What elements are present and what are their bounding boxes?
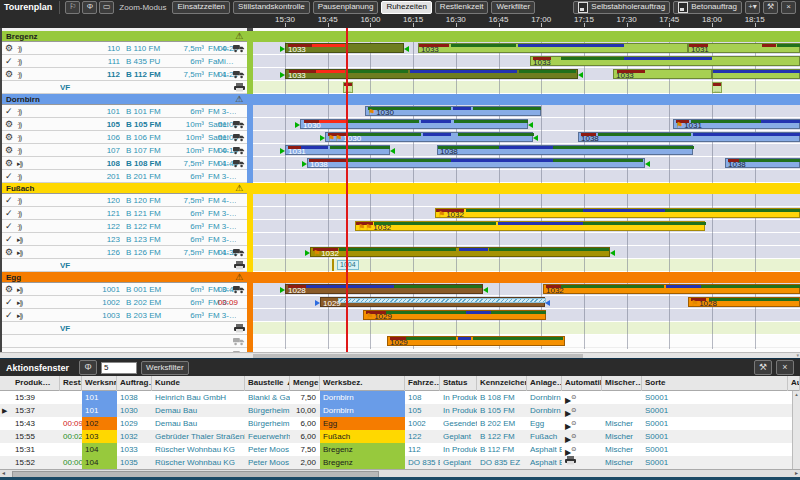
gantt-bar[interactable]: ⚑1032 (435, 208, 800, 218)
table-horizontal-scrollbar[interactable]: ◂ ▸ (0, 469, 800, 477)
group-header-bregenz[interactable]: Bregenz⚠ (2, 31, 247, 42)
column-header-au[interactable]: Au… (788, 376, 800, 391)
vehicle-row[interactable]: ⚙▸))1001B 001 EM6m³FM 3-…00:47 (2, 283, 247, 296)
vehicle-type: FM 3-… (208, 233, 236, 246)
vf-row[interactable]: VF (2, 322, 247, 335)
gantt-bar[interactable]: ⚑1031 (673, 119, 800, 129)
filter-button-werkfilter[interactable]: Werkfilter (491, 1, 535, 14)
table-row[interactable]: 15:311041033Rüscher Wohnbau KGPeter Moos… (0, 443, 800, 456)
bar-mode-icon[interactable]: ▭ (99, 1, 114, 14)
gantt-bar[interactable]: 1028 (285, 284, 483, 294)
vehicle-row[interactable]: ⚙·))106B 106 FM10m³Sattel01:05 (2, 131, 247, 144)
close-button[interactable]: × (776, 360, 794, 375)
mirror-mode-icon[interactable]: Φ (82, 1, 97, 14)
gantt-bar[interactable]: ⚑1032 (310, 247, 610, 257)
selbstabholerauftrag-button[interactable]: Selbstabholerauftrag (573, 1, 670, 14)
gantt-bar[interactable]: 1032 (543, 284, 800, 294)
group-header-dornbirn[interactable]: Dornbirn⚠ (2, 94, 247, 105)
gantt-bar[interactable]: ⚑1028 (688, 297, 800, 307)
table-row[interactable]: 15:5500:021031032Gebrüder Thaler Straßen… (0, 430, 800, 443)
vehicle-row[interactable]: ⚙·))105B 105 FM10m³Sattel01:02 (2, 118, 247, 131)
gantt-bar[interactable]: ⚑⚑1032 (355, 221, 705, 231)
empty-vehicle-row[interactable] (2, 335, 247, 348)
add-button[interactable]: +▾ (745, 1, 760, 14)
vf-marker[interactable]: … (712, 82, 722, 93)
gantt-bar[interactable]: 1038 (307, 158, 645, 168)
gantt-bar[interactable]: 1031 (285, 145, 390, 155)
table-row[interactable]: 15:391011038Heinrich Bau GmbHBlankl & Ga… (0, 391, 800, 404)
column-header-werksnr[interactable]: Werksnr. (82, 376, 117, 391)
close-button[interactable]: × (781, 1, 796, 14)
tools-button[interactable]: ⚒ (754, 360, 772, 375)
column-header-automatik[interactable]: Automatik (562, 376, 602, 391)
column-header-auftrag[interactable]: Auftrag… (117, 376, 152, 391)
filter-count-input[interactable] (101, 362, 137, 374)
scroll-left-icon[interactable]: ◂ (2, 470, 5, 477)
gantt-bar[interactable]: 1033 (285, 69, 578, 79)
column-header-status[interactable]: Status (440, 376, 477, 391)
scroll-right-icon[interactable]: ▸ (795, 470, 798, 477)
vehicle-row[interactable]: ⚙▸))108B 108 FM7,5m³FM 4-…01:44 (2, 157, 247, 170)
column-header-kunde[interactable]: Kunde (152, 376, 245, 391)
vehicle-row[interactable]: ✓▸))123B 123 FM6m³FM 3-… (2, 233, 247, 246)
group-header-fußach[interactable]: Fußach⚠ (2, 183, 247, 194)
tools-button[interactable]: ⚒ (763, 1, 778, 14)
vehicle-name: B 203 EM (126, 309, 176, 322)
filter-button-restlenkzeit[interactable]: Restlenkzeit (435, 1, 489, 14)
filter-button-ruhezeiten[interactable]: Ruhezeiten (381, 1, 431, 14)
filter-button-einsatzzeiten[interactable]: Einsatzzeiten (172, 1, 230, 14)
vehicle-row[interactable]: ✓▸))1002B 202 EM6m³FM 3-…00:09 (2, 296, 247, 309)
column-header-restzeit[interactable]: Restzeit (60, 376, 82, 391)
vehicle-row[interactable]: ✓·))121B 121 FM6m³FM 3-… (2, 207, 247, 220)
vehicle-row[interactable]: ✓▸))1003B 203 EM6m³FM 3-… (2, 309, 247, 322)
column-header-werksbez[interactable]: Werksbez. (320, 376, 405, 391)
gantt-bar[interactable]: 1038 (725, 158, 800, 168)
table-row[interactable]: 15:5200:001041035Rüscher Wohnbau KGPeter… (0, 456, 800, 469)
gantt-bar[interactable]: 1029 (320, 297, 545, 307)
vehicle-row[interactable]: ✓·))120B 120 FM7,5m³FM 4-… (2, 194, 247, 207)
vf-row[interactable]: VF (2, 81, 247, 94)
table-row[interactable]: ▶15:371011030Demau BauBürgerheim10,00Dor… (0, 404, 800, 417)
gantt-bar[interactable]: ⚑1029 (363, 310, 546, 320)
vehicle-row[interactable]: ✓·))122B 122 FM6m³FM 3-… (2, 220, 247, 233)
gantt-bar[interactable]: 1038 (578, 132, 800, 142)
betonauftrag-button[interactable]: Betonauftrag (673, 1, 742, 14)
filter-button-stillstandskontrolle[interactable]: Stillstandskontrolle (233, 1, 310, 14)
vehicle-row[interactable]: ✓·))101B 101 FM6m³FM 3-… (2, 105, 247, 118)
gantt-bar[interactable]: ⚑1030 (365, 106, 541, 116)
column-header-kennzeichen[interactable]: Kennzeichen (477, 376, 527, 391)
gantt-bar[interactable]: 1033 (418, 43, 688, 53)
gantt-bar[interactable]: 1031 (688, 43, 800, 53)
group-header-egg[interactable]: Egg⚠ (2, 272, 247, 283)
gantt-bar[interactable]: 1033 (285, 43, 404, 53)
vehicle-row[interactable]: ✓·))201B 201 FM6m³FM 3-… (2, 170, 247, 183)
gantt-bar[interactable]: 1033 (530, 56, 800, 66)
filter-button-pausenplanung[interactable]: Pausenplanung (313, 1, 379, 14)
mirror-mode-icon[interactable]: Φ (79, 360, 97, 375)
column-header-anlage[interactable]: Anlage… (527, 376, 562, 391)
gantt-bar[interactable]: ⚑⚑1030 (325, 132, 533, 142)
table-vertical-scrollbar[interactable]: ▴ (792, 391, 800, 469)
column-header-produkt[interactable]: Produk… (12, 376, 60, 391)
gantt-bar[interactable]: 1030 (300, 119, 528, 129)
column-header-menge[interactable]: Menge (290, 376, 320, 391)
column-header-fahrzeug[interactable]: Fahrze… (405, 376, 440, 391)
gantt-bar[interactable] (712, 69, 800, 79)
gantt-bar[interactable]: 1033 (613, 69, 712, 79)
flag-mode-icon[interactable]: ⚐ (65, 1, 80, 14)
column-header-mischer[interactable]: Mischer… (602, 376, 642, 391)
vehicle-row[interactable]: ✓·))111B 435 PU6m³FaMi… (2, 55, 247, 68)
vehicle-number: 111 (88, 55, 120, 68)
column-header-sorte[interactable]: Sorte (642, 376, 788, 391)
vf-marker[interactable]: … (343, 82, 353, 93)
vehicle-row[interactable]: ⚙▸))126B 126 FM7,5m³FM 4-…01:32 (2, 246, 247, 259)
vehicle-row[interactable]: ⚙·))107B 107 FM10m³FM 4-…00:14 (2, 144, 247, 157)
vehicle-row[interactable]: ⚙·))110B 110 FM7,5m³FM 4-…00:20 (2, 42, 247, 55)
table-row[interactable]: 15:4300:091021029Demau BauBürgerheim6,00… (0, 417, 800, 430)
gantt-bar[interactable]: 1038 (437, 145, 693, 155)
vf-row[interactable]: VF (2, 259, 247, 272)
werksfilter-button[interactable]: Werksfilter (141, 361, 189, 375)
vehicle-row[interactable]: ⚙·))112B 112 FM7,5m³FM 4-…01:21 (2, 68, 247, 81)
column-header-baustelle[interactable]: Baustelle ▲ (245, 376, 290, 391)
gantt-bar[interactable]: 1029 (387, 336, 565, 346)
